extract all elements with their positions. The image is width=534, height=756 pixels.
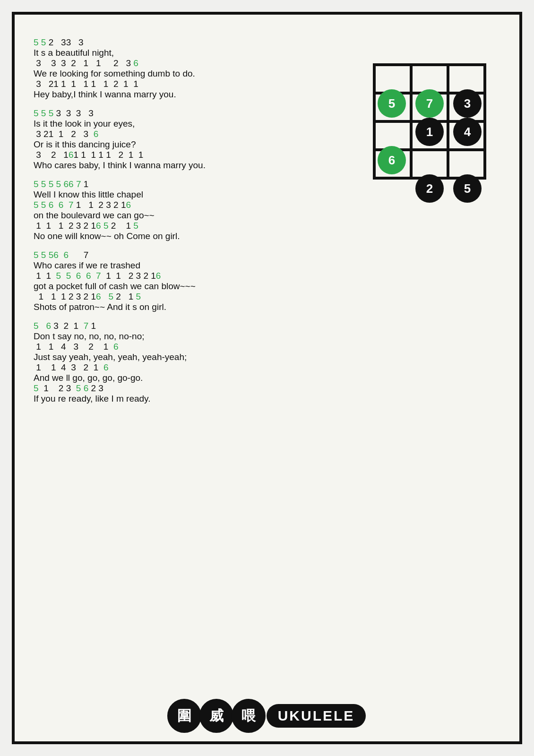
- scale-section: 57314625: [359, 37, 500, 412]
- verse-5: 5 6 3 2 1 7 1Don t say no, no, no, no-no…: [34, 321, 349, 404]
- verse-4: 5 5 56 6 7Who cares if we re trashed 1 1…: [34, 250, 349, 312]
- note-1-circle: 1: [415, 118, 444, 146]
- numbers-line: 3 21 1 1 1 1 1 2 1 1: [34, 79, 349, 89]
- fret-cell: [411, 65, 448, 93]
- verse-3: 5 5 5 5 66 7 1Well I know this little ch…: [34, 179, 349, 241]
- numbers-line: 5 5 5 5 66 7 1: [34, 179, 349, 189]
- note-2-circle: 2: [415, 174, 444, 203]
- logo-text: UKULELE: [267, 704, 366, 728]
- lyric-line: No one will know~~ oh Come on girl.: [34, 231, 349, 241]
- note-5-circle: 5: [378, 89, 406, 118]
- numbers-line: 5 5 56 6 7: [34, 250, 349, 260]
- lyric-line: Well I know this little chapel: [34, 189, 349, 200]
- lyric-line: Just say yeah, yeah, yeah, yeah-yeah;: [34, 352, 349, 362]
- lyric-line: We re looking for something dumb to do.: [34, 69, 349, 79]
- numbers-line: 3 3 3 2 1 1 2 3 6: [34, 58, 349, 69]
- numbers-line: 5 5 6 6 7 1 1 2 3 2 16: [34, 200, 349, 210]
- numbers-line: 1 1 1 2 3 2 16 5 2 1 5: [34, 221, 349, 231]
- verse-1: 5 5 2 33 3It s a beautiful night, 3 3 3 …: [34, 37, 349, 100]
- note-5-circle: 5: [453, 174, 482, 203]
- fret-cell: [374, 65, 411, 93]
- numbers-line: 3 21 1 2 3 6: [34, 129, 349, 139]
- lyric-line: on the boulevard we can go~~: [34, 210, 349, 221]
- note-6-circle: 6: [378, 146, 406, 174]
- lyric-line: Hey baby,I think I wanna marry you.: [34, 89, 349, 100]
- lyric-line: Shots of patron~~ And it s on girl.: [34, 302, 349, 312]
- fretboard: 57314625: [368, 63, 491, 222]
- fret-cell: [374, 121, 411, 150]
- numbers-line: 5 5 2 33 3: [34, 37, 349, 48]
- numbers-line: 5 5 5 3 3 3 3: [34, 108, 349, 119]
- logo-char-circle: 圍: [167, 699, 201, 733]
- numbers-line: 1 1 4 3 2 1 6: [34, 362, 349, 373]
- numbers-line: 1 1 5 5 6 6 7 1 1 2 3 2 16: [34, 271, 349, 281]
- lyric-line: It s a beautiful night,: [34, 48, 349, 58]
- note-7-circle: 7: [415, 89, 444, 118]
- lyrics-section: 5 5 2 33 3It s a beautiful night, 3 3 3 …: [34, 37, 349, 412]
- logo-char-circle: 喂: [232, 699, 266, 733]
- lyric-line: Don t say no, no, no, no-no;: [34, 331, 349, 342]
- main-page: 5 5 2 33 3It s a beautiful night, 3 3 3 …: [12, 12, 522, 744]
- fret-cell: [448, 150, 485, 178]
- logo-char-circle: 威: [199, 699, 233, 733]
- verse-2: 5 5 5 3 3 3 3Is it the look in your eyes…: [34, 108, 349, 171]
- numbers-line: 5 6 3 2 1 7 1: [34, 321, 349, 331]
- numbers-line: 1 1 1 2 3 2 16 5 2 1 5: [34, 292, 349, 302]
- fret-cell: [448, 65, 485, 93]
- lyric-line: Who cares baby, I think I wanna marry yo…: [34, 160, 349, 171]
- numbers-line: 5 1 2 3 5 6 2 3: [34, 383, 349, 394]
- lyric-line: Or is it this dancing juice?: [34, 139, 349, 150]
- numbers-line: 1 1 4 3 2 1 6: [34, 342, 349, 352]
- lyric-line: Who cares if we re trashed: [34, 260, 349, 271]
- fret-cell: [411, 150, 448, 178]
- note-3-circle: 3: [453, 89, 482, 118]
- logo-bar: 圍威喂UKULELE: [15, 699, 519, 733]
- numbers-line: 3 2 161 1 1 1 1 2 1 1: [34, 150, 349, 160]
- lyric-line: And we ll go, go, go, go-go.: [34, 373, 349, 383]
- lyric-line: got a pocket full of cash we can blow~~~: [34, 281, 349, 292]
- note-4-circle: 4: [453, 118, 482, 146]
- lyric-line: If you re ready, like I m ready.: [34, 394, 349, 404]
- lyric-line: Is it the look in your eyes,: [34, 119, 349, 129]
